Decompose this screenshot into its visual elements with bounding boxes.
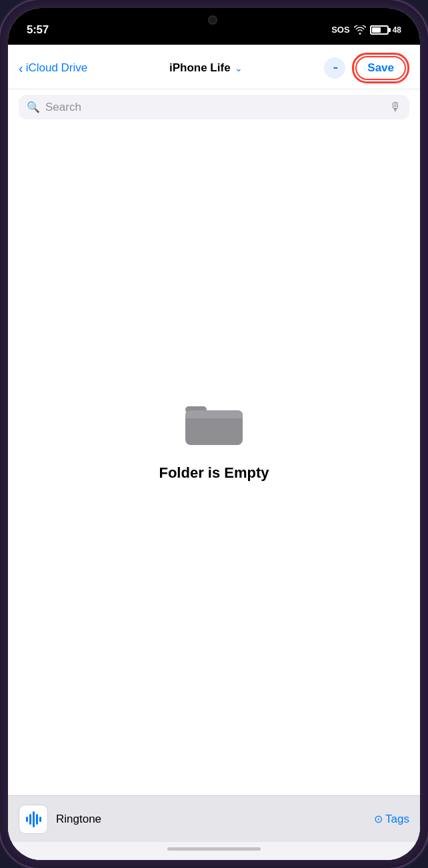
nav-title-area: iPhone Life ⌄ (169, 61, 243, 75)
battery-indicator (370, 25, 389, 35)
sos-indicator: SOS (331, 25, 349, 35)
notch (171, 8, 257, 32)
status-time: 5:57 (27, 23, 49, 37)
nav-title: iPhone Life (169, 61, 231, 75)
phone-frame: 5:57 SOS 48 (0, 0, 428, 868)
microphone-icon[interactable]: 🎙 (389, 100, 401, 114)
battery-fill (372, 27, 381, 33)
ellipsis-icon: ··· (333, 63, 337, 73)
search-placeholder: Search (45, 101, 384, 114)
more-button[interactable]: ··· (324, 57, 345, 79)
status-icons: SOS 48 (331, 25, 401, 35)
audio-wave-icon (26, 811, 41, 827)
save-button-highlight: Save (352, 53, 409, 83)
home-indicator-area (8, 842, 420, 860)
screen: 5:57 SOS 48 (8, 8, 420, 860)
empty-folder-label: Folder is Empty (159, 464, 269, 482)
home-bar (167, 847, 261, 851)
file-name: Ringtone (56, 813, 366, 826)
status-bar: 5:57 SOS 48 (8, 8, 420, 45)
audio-wave-button[interactable] (19, 805, 48, 834)
tags-label: Tags (385, 813, 409, 826)
folder-icon-container (184, 398, 244, 451)
audio-bar-4 (36, 814, 38, 825)
camera-dot (208, 15, 217, 25)
audio-bar-2 (29, 814, 31, 825)
svg-rect-3 (185, 414, 243, 418)
wifi-icon (354, 25, 366, 35)
search-container: 🔍 Search 🎙 (8, 89, 420, 125)
nav-bar: ‹ iCloud Drive iPhone Life ⌄ ··· Save (8, 45, 420, 89)
back-label: iCloud Drive (26, 61, 88, 75)
search-icon: 🔍 (27, 101, 40, 113)
tags-icon: ⊙ (374, 813, 383, 825)
main-content: Folder is Empty (8, 125, 420, 795)
app-content: ‹ iCloud Drive iPhone Life ⌄ ··· Save (8, 45, 420, 860)
bottom-bar: Ringtone ⊙ Tags (8, 795, 420, 842)
chevron-down-icon[interactable]: ⌄ (235, 63, 243, 73)
folder-icon (184, 398, 244, 448)
search-bar[interactable]: 🔍 Search 🎙 (19, 95, 409, 119)
audio-bar-5 (39, 817, 41, 822)
audio-bar-3 (33, 811, 35, 827)
back-button[interactable]: ‹ iCloud Drive (19, 61, 87, 75)
save-button[interactable]: Save (355, 56, 406, 80)
battery-level: 48 (393, 25, 401, 35)
chevron-left-icon: ‹ (19, 61, 23, 75)
nav-actions: ··· Save (324, 53, 409, 83)
audio-bar-1 (26, 817, 28, 822)
tags-button[interactable]: ⊙ Tags (374, 813, 409, 826)
